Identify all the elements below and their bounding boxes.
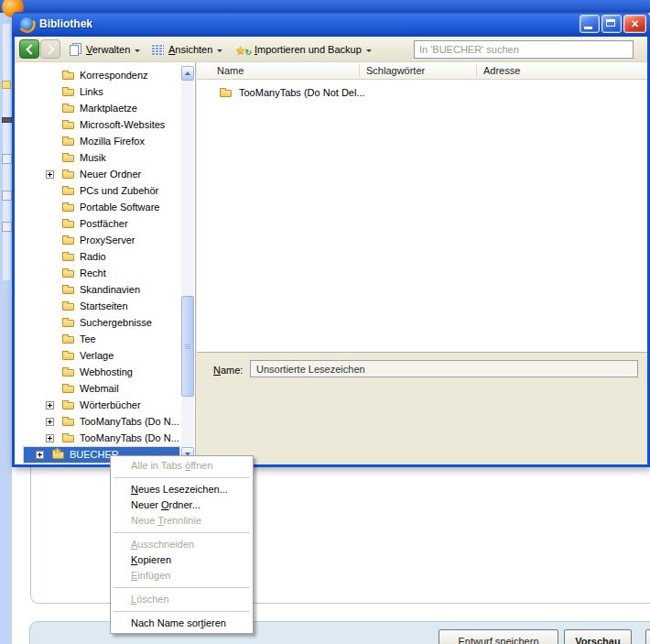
tree-item-suchergebnisse[interactable]: Suchergebnisse [24,315,179,331]
menu-item-neuer-ordner[interactable]: Neuer Ordner... [111,497,253,513]
tree-item-label: Startseiten [80,299,128,314]
folder-icon [62,333,76,345]
menu-item-nach-name-sortieren[interactable]: Nach Name sortieren [111,616,253,631]
menu-item-alle-in-tabs-ffnen: Alle in Tabs öffnen [111,458,253,474]
tree-item-korrespondenz[interactable]: Korrespondenz [24,68,179,83]
tree-item-portable-software[interactable]: Portable Software [24,200,179,215]
menu-item-kopieren[interactable]: Kopieren [111,552,253,568]
tree-item-musik[interactable]: Musik [24,150,179,166]
tree-item-startseiten[interactable]: Startseiten [24,299,179,314]
grid-columns-icon [152,44,164,55]
forward-button[interactable] [40,39,60,59]
list-item-label: TooManyTabs (Do Not Del... [239,85,365,100]
import-star-icon: ★ [235,43,250,57]
dropdown-arrow-icon [217,49,222,52]
tree-item-tee[interactable]: Tee [24,332,179,347]
tree-item-w-rterb-cher[interactable]: Wörterbücher [24,398,179,413]
column-header-adresse[interactable]: Adresse [483,65,520,76]
tree-item-links[interactable]: Links [24,84,179,100]
background-toolbar-fragment-icon [2,81,11,89]
menu-item-neues-lesezeichen[interactable]: Neues Lesezeichen... [111,482,253,497]
tree-item-webmail[interactable]: Webmail [24,381,179,397]
tree-item-label: Wörterbücher [80,398,141,413]
plus-expander-icon[interactable] [46,401,54,409]
background-button-vorschau[interactable]: Vorschau [564,629,632,644]
tree-item-postf-cher[interactable]: Postfächer [24,216,179,232]
tree-item-label: Korrespondenz [80,68,148,83]
toolbar-menu-verwalten[interactable]: Verwalten [70,40,140,59]
back-arrow-icon [26,44,36,54]
library-main: KorrespondenzLinksMarktplaetzeMicrosoft-… [15,62,647,464]
background-clipped-button[interactable] [645,629,650,644]
tree-item-label: Musik [80,150,106,166]
plus-expander-icon[interactable] [36,451,44,459]
tree-item-label: Postfächer [80,216,128,232]
tree-item-pcs-und-zubeh-r[interactable]: PCs und Zubehör [24,183,179,199]
scrollbar-thumb[interactable] [181,296,194,397]
column-header-schlagwoerter[interactable]: Schlagwörter [366,65,425,76]
dropdown-arrow-icon [135,49,140,52]
maximize-button[interactable] [601,15,622,33]
tree-item-label: Marktplaetze [80,101,137,116]
folder-icon [62,152,76,164]
tree-item-label: Skandinavien [80,282,140,298]
tree-item-toomanytabs-do-n[interactable]: TooManyTabs (Do N... [24,414,179,430]
folder-icon [62,267,76,279]
plus-expander-icon[interactable] [46,170,54,179]
name-field-input[interactable] [250,360,638,377]
menu-item-ausschneiden: Ausschneiden [111,537,253,552]
toolbar-menu-label: Verwalten [86,44,130,55]
folder-icon [62,383,76,395]
folder-icon [62,350,76,362]
tree-item-label: Neuer Ordner [80,167,141,182]
folder-icon [62,136,76,147]
tree-item-label: Portable Software [80,200,159,215]
tree-item-label: Suchergebnisse [80,315,152,331]
menu-separator [114,532,250,533]
tree-item-label: Webhosting [80,365,133,380]
plus-expander-icon[interactable] [46,434,54,442]
tree-item-label: Mozilla Firefox [80,134,145,149]
tree-item-microsoft-websites[interactable]: Microsoft-Websites [24,117,179,133]
tree-item-toomanytabs-do-n[interactable]: TooManyTabs (Do N... [24,431,179,446]
plus-expander-icon[interactable] [46,418,54,426]
folder-icon [62,416,76,428]
column-separator[interactable] [476,64,477,77]
tree-item-mozilla-firefox[interactable]: Mozilla Firefox [24,134,179,149]
menu-item-l-schen: Löschen [111,592,253,607]
minimize-button[interactable] [580,15,600,33]
tree-item-neuer-ordner[interactable]: Neuer Ordner [24,167,179,182]
scroll-up-button[interactable] [181,66,194,81]
folder-icon [62,284,76,296]
menu-separator [114,587,250,588]
close-button[interactable]: × [623,15,646,33]
tree-item-radio[interactable]: Radio [24,249,179,265]
background-toolbar-fragment-icon [2,222,12,232]
tree-item-label: TooManyTabs (Do N... [80,414,179,430]
tree-scrollbar[interactable] [181,66,194,462]
folder-icon [62,218,76,230]
tree-item-marktplaetze[interactable]: Marktplaetze [24,101,179,116]
background-button-entwurf-speichern[interactable]: Entwurf speichern [439,629,558,644]
tree-item-recht[interactable]: Recht [24,266,179,281]
toolbar-menu-ansichten[interactable]: Ansichten [152,40,222,59]
column-header-name[interactable]: Name [217,65,244,76]
library-titlebar[interactable]: Bibliothek × [12,12,650,37]
bookmark-list: TooManyTabs (Do Not Del... [197,80,647,351]
back-button[interactable] [19,39,39,59]
tree-item-proxyserver[interactable]: ProxyServer [24,233,179,248]
tree-item-skandinavien[interactable]: Skandinavien [24,282,179,298]
folder-icon [62,202,76,213]
column-separator[interactable] [359,64,360,77]
background-toolbar-fragment-icon [2,154,12,164]
star-badge-icon: ★ [53,446,61,457]
search-input[interactable] [414,40,634,59]
tree-item-webhosting[interactable]: Webhosting [24,365,179,380]
toolbar-menu-importieren-und-backup[interactable]: ★Importieren und Backup [235,40,372,59]
background-toolbar-fragment-icon [2,117,12,123]
close-icon: × [624,16,645,32]
window-title: Bibliothek [39,17,92,30]
detail-panel: Name: [197,352,647,464]
tree-item-verlage[interactable]: Verlage [24,348,179,364]
context-menu: Alle in Tabs öffnenNeues Lesezeichen...N… [110,455,254,634]
